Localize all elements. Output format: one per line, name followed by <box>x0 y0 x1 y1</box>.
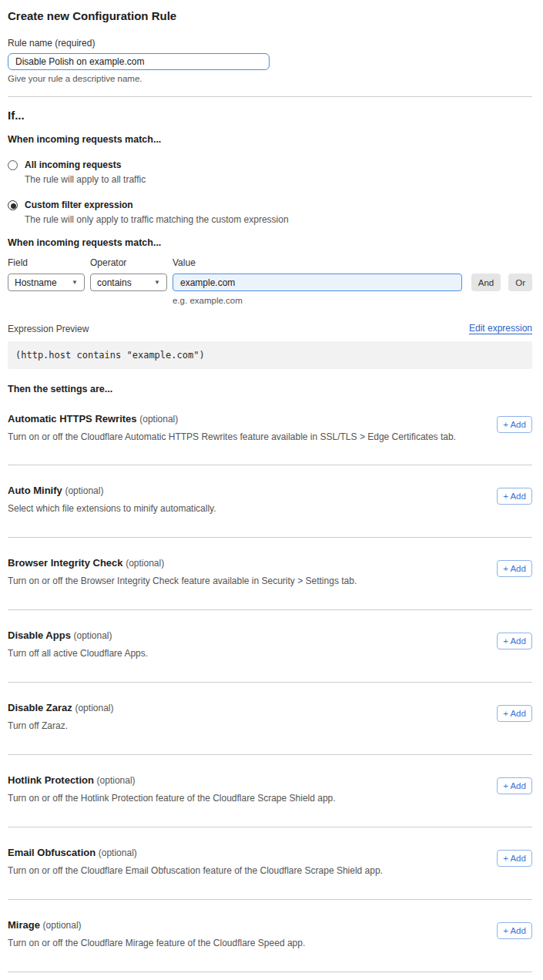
radio-option-desc: The rule will only apply to traffic matc… <box>25 214 289 225</box>
value-input[interactable] <box>173 274 462 291</box>
setting-title: Disable Apps (optional) <box>8 629 148 641</box>
rule-name-help: Give your rule a descriptive name. <box>8 74 532 83</box>
field-select-value: Hostname <box>15 277 57 288</box>
optional-label: (optional) <box>65 485 103 496</box>
setting-desc: Turn on or off the Browser Integrity Che… <box>8 576 357 586</box>
setting-text: Auto Minify (optional) Select which file… <box>8 485 216 514</box>
setting-desc: Turn on or off the Hotlink Protection fe… <box>8 793 336 804</box>
setting-text: Hotlink Protection (optional) Turn on or… <box>8 774 336 804</box>
edit-expression-link[interactable]: Edit expression <box>469 323 532 334</box>
optional-label: (optional) <box>74 630 112 641</box>
radio-custom-filter-expression[interactable]: Custom filter expression The rule will o… <box>8 200 532 225</box>
setting-title-text: Hotlink Protection <box>8 774 94 786</box>
setting-desc: Turn on or off the Cloudflare Automatic … <box>8 431 456 442</box>
setting-text: Automatic HTTPS Rewrites (optional) Turn… <box>8 413 456 442</box>
field-select[interactable]: Hostname ▼ <box>8 274 85 291</box>
page-title: Create new Configuration Rule <box>8 9 532 22</box>
optional-label: (optional) <box>99 847 137 858</box>
setting-section-hotlink-protection: Hotlink Protection (optional) Turn on or… <box>8 754 532 827</box>
add-auto-minify-button[interactable]: + Add <box>497 488 532 505</box>
optional-label: (optional) <box>97 775 136 786</box>
setting-desc: Turn off all active Cloudflare Apps. <box>8 648 148 659</box>
expression-builder-heading: When incoming requests match... <box>8 237 532 248</box>
rule-name-input[interactable] <box>8 53 270 70</box>
add-mirage-button[interactable]: + Add <box>497 922 532 939</box>
chevron-down-icon: ▼ <box>154 279 160 286</box>
setting-title: Browser Integrity Check (optional) <box>8 557 357 569</box>
rule-name-label: Rule name (required) <box>8 38 532 49</box>
radio-option-label: Custom filter expression <box>25 200 289 210</box>
setting-section-mirage: Mirage (optional) Turn on or off the Clo… <box>8 899 532 972</box>
expression-preview-code: (http.host contains "example.com") <box>8 341 532 369</box>
optional-label: (optional) <box>43 920 82 931</box>
setting-section-disable-zaraz: Disable Zaraz (optional) Turn off Zaraz.… <box>8 682 532 754</box>
setting-title: Disable Zaraz (optional) <box>8 702 113 713</box>
section-divider <box>8 96 532 97</box>
setting-section-automatic-https-rewrites: Automatic HTTPS Rewrites (optional) Turn… <box>8 394 532 465</box>
operator-select[interactable]: contains ▼ <box>90 274 167 291</box>
radio-option-desc: The rule will apply to all traffic <box>25 174 146 185</box>
add-automatic-https-rewrites-button[interactable]: + Add <box>497 416 532 433</box>
add-hotlink-protection-button[interactable]: + Add <box>497 777 532 794</box>
setting-section-email-obfuscation: Email Obfuscation (optional) Turn on or … <box>8 827 532 899</box>
setting-section-auto-minify: Auto Minify (optional) Select which file… <box>8 465 532 537</box>
setting-title-text: Email Obfuscation <box>8 847 96 858</box>
field-label: Field <box>8 257 85 268</box>
setting-title: Hotlink Protection (optional) <box>8 774 336 786</box>
setting-title-text: Automatic HTTPS Rewrites <box>8 413 137 425</box>
create-configuration-rule-page: Create new Configuration Rule Rule name … <box>0 0 543 980</box>
setting-section-disable-apps: Disable Apps (optional) Turn off all act… <box>8 609 532 682</box>
add-disable-zaraz-button[interactable]: + Add <box>497 705 532 722</box>
add-email-obfuscation-button[interactable]: + Add <box>497 850 532 867</box>
settings-list: Automatic HTTPS Rewrites (optional) Turn… <box>8 394 532 980</box>
setting-title-text: Disable Apps <box>8 629 71 641</box>
setting-title: Auto Minify (optional) <box>8 485 216 496</box>
setting-text: Browser Integrity Check (optional) Turn … <box>8 557 357 586</box>
add-browser-integrity-check-button[interactable]: + Add <box>497 560 532 577</box>
operator-label: Operator <box>90 257 167 268</box>
value-hint: e.g. example.com <box>173 296 462 305</box>
setting-title: Email Obfuscation (optional) <box>8 847 383 858</box>
radio-custom-filter-expression-text: Custom filter expression The rule will o… <box>25 200 289 225</box>
radio-option-label: All incoming requests <box>25 159 146 170</box>
radio-all-incoming-requests-text: All incoming requests The rule will appl… <box>25 159 146 185</box>
value-label: Value <box>173 257 462 268</box>
setting-text: Disable Apps (optional) Turn off all act… <box>8 629 148 659</box>
incoming-requests-match-label: When incoming requests match... <box>8 134 532 145</box>
expression-preview-header: Expression Preview Edit expression <box>8 323 532 334</box>
radio-selected-icon[interactable] <box>8 200 18 210</box>
setting-title: Mirage (optional) <box>8 919 305 931</box>
setting-text: Disable Zaraz (optional) Turn off Zaraz. <box>8 702 113 731</box>
setting-section-opportunistic-encryption: Opportunistic Encryption (optional) Turn… <box>8 972 532 980</box>
expression-preview-label: Expression Preview <box>8 324 89 334</box>
setting-desc: Select which file extensions to minify a… <box>8 503 216 514</box>
optional-label: (optional) <box>75 703 113 713</box>
chevron-down-icon: ▼ <box>72 279 78 286</box>
setting-title-text: Disable Zaraz <box>8 702 72 713</box>
setting-text: Mirage (optional) Turn on or off the Clo… <box>8 919 305 948</box>
and-button[interactable]: And <box>471 274 501 291</box>
value-column: Value e.g. example.com <box>173 257 462 305</box>
then-settings-label: Then the settings are... <box>8 384 532 394</box>
operator-column: Operator contains ▼ <box>90 257 167 291</box>
add-disable-apps-button[interactable]: + Add <box>497 633 532 649</box>
setting-title-text: Mirage <box>8 919 40 931</box>
setting-desc: Turn on or off the Cloudflare Email Obfu… <box>8 865 383 876</box>
setting-desc: Turn on or off the Cloudflare Mirage fea… <box>8 938 305 948</box>
optional-label: (optional) <box>126 558 164 569</box>
rule-name-group: Rule name (required) Give your rule a de… <box>8 38 532 83</box>
radio-all-incoming-requests[interactable]: All incoming requests The rule will appl… <box>8 159 532 185</box>
optional-label: (optional) <box>139 414 178 425</box>
setting-title-text: Browser Integrity Check <box>8 557 123 569</box>
setting-text: Email Obfuscation (optional) Turn on or … <box>8 847 383 876</box>
operator-select-value: contains <box>97 277 132 288</box>
field-column: Field Hostname ▼ <box>8 257 85 291</box>
setting-desc: Turn off Zaraz. <box>8 720 113 731</box>
radio-unselected-icon[interactable] <box>8 160 18 170</box>
or-button[interactable]: Or <box>508 274 532 291</box>
if-heading: If... <box>8 109 532 122</box>
setting-section-browser-integrity-check: Browser Integrity Check (optional) Turn … <box>8 537 532 609</box>
setting-title-text: Auto Minify <box>8 485 62 496</box>
setting-title: Automatic HTTPS Rewrites (optional) <box>8 413 456 425</box>
expression-builder-row: Field Hostname ▼ Operator contains ▼ Val… <box>8 257 532 305</box>
